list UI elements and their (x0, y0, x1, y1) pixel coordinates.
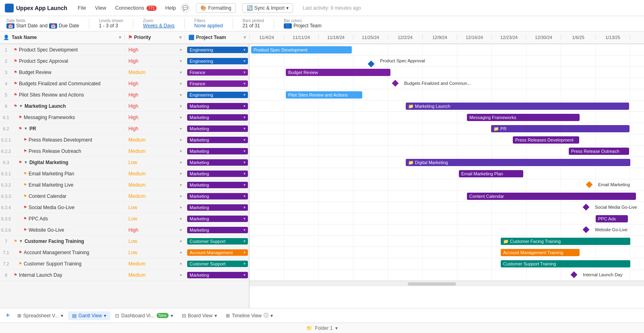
gantt-row: Social Media Go-Live (250, 202, 644, 213)
team-badge[interactable]: Marketing ▾ (187, 171, 248, 177)
nav-help[interactable]: Help (161, 3, 180, 12)
team-badge[interactable]: Engineering ▾ (187, 58, 248, 64)
flag-icon: ⚑ (14, 239, 17, 243)
info-icon: ⓘ (264, 312, 268, 319)
col-priority[interactable]: ⚑ Priority ▾ (125, 35, 185, 40)
gantt-row: Messaging Frameworks (250, 112, 644, 123)
gantt-bar[interactable]: Press Releases Development (513, 136, 579, 144)
gantt-bar[interactable]: Customer Support Training (501, 260, 630, 267)
gantt-bar[interactable]: Product Spec Development (251, 46, 352, 53)
filters-group[interactable]: Filters None applied (194, 18, 223, 29)
flag-icon: ⚑ (19, 115, 22, 119)
team-badge[interactable]: Marketing ▾ (187, 204, 248, 211)
flag-icon: ⚑ (19, 126, 22, 131)
table-row: 7.1 ⚑ Account Management Training Low ▾ … (0, 247, 249, 258)
milestone: Budgets Finalized and Commun... (393, 81, 471, 86)
gantt-bar[interactable]: 📁 Marketing Launch (406, 103, 629, 110)
gantt-bar[interactable]: Budget Review (286, 69, 390, 76)
bottom-tabs: + ⊞ Spreadsheet V... ▾ ▤ Gantt View ▾ ⊡ … (0, 308, 644, 323)
milestone: Internal Launch Day (572, 272, 622, 277)
task-icon: 👤 (3, 35, 9, 40)
gantt-bar[interactable]: 📁 PR (491, 125, 630, 132)
col-project-team[interactable]: 🟦 Project Team ▾ (185, 35, 250, 40)
sync-import-button[interactable]: 🔄 Sync & Import ▾ (242, 3, 293, 13)
team-badge[interactable]: Engineering ▾ (187, 92, 248, 98)
toolbar: Date fields 📅 Start Date and 📅 Due Date … (0, 16, 644, 31)
nav-file[interactable]: File (74, 3, 90, 12)
team-badge[interactable]: Marketing ▾ (187, 216, 248, 222)
priority-filter-btn[interactable]: ▾ (179, 35, 182, 40)
team-badge[interactable]: Marketing ▾ (187, 193, 248, 199)
sep3 (184, 18, 185, 29)
team-badge[interactable]: Customer Support ▾ (187, 238, 248, 245)
milestone: Social Media Go-Live (584, 205, 637, 210)
gantt-bar[interactable]: Pilot Sites Review and Actions (286, 91, 362, 99)
team-badge[interactable]: Marketing ▾ (187, 114, 248, 121)
team-badge[interactable]: Marketing ▾ (187, 182, 248, 188)
team-badge[interactable]: Marketing ▾ (187, 272, 248, 278)
gantt-row: 📁 Marketing Launch (250, 101, 644, 112)
chevron-down-icon: ▾ (270, 313, 273, 319)
team-badge[interactable]: Marketing ▾ (187, 137, 248, 143)
gantt-bar[interactable]: Content Calendar (467, 193, 636, 200)
flag-icon: ⚑ (14, 70, 17, 74)
zoom-group[interactable]: Zoom Weeks & Days (143, 18, 174, 29)
date-fields-label: Date fields (6, 18, 79, 23)
date-col-6: 12/16/24 (457, 35, 492, 40)
levels-group: Levels shown 1 - 3 of 3 (99, 18, 124, 29)
team-badge[interactable]: Engineering ▾ (187, 47, 248, 53)
table-row: 2 ⚑ Product Spec Approval High ▾ Enginee… (0, 56, 249, 67)
flag-icon: ⚑ (14, 59, 17, 63)
connections-badge: 771 (147, 6, 157, 11)
gantt-bar[interactable]: Email Marketing Plan (459, 170, 523, 177)
team-icon: 🟦 (188, 35, 194, 40)
table-row: 8 ⚑ Internal Launch Day Medium ▾ Marketi… (0, 269, 249, 281)
team-badge[interactable]: Marketing ▾ (187, 227, 248, 233)
flag-icon: ⚑ (19, 160, 22, 164)
gantt-bar[interactable]: 📁 Digital Marketing (406, 159, 630, 166)
table-row: 6.2 ⚑ ▼ PR High ▾ Marketing ▾ (0, 123, 249, 134)
table-row: 3 ⚑ Budget Review Medium ▾ Finance ▾ (0, 67, 249, 78)
tab-timeline[interactable]: ⊞ Timeline View ⓘ ▾ (222, 310, 277, 321)
team-badge[interactable]: Finance ▾ (187, 80, 248, 87)
priority-icon: ⚑ (128, 35, 132, 40)
date-col-9: 1/6/25 (561, 35, 596, 40)
tab-dashboard[interactable]: ⊡ Dashboard Vi... New ▾ (111, 311, 177, 320)
table-row: 6.3.6 ⚑ Website Go-Live High ▾ Marketing… (0, 224, 249, 236)
team-badge[interactable]: Marketing ▾ (187, 103, 248, 109)
flag-icon: ⚑ (23, 205, 27, 210)
scrollbar-area[interactable] (250, 281, 644, 286)
gantt-bar[interactable]: PPC Ads (596, 215, 628, 222)
tab-spreadsheet[interactable]: ⊞ Spreadsheet V... ▾ (13, 311, 67, 320)
team-badge[interactable]: Account Management ▾ (187, 249, 248, 256)
gantt-icon: ▤ (72, 313, 76, 319)
team-badge[interactable]: Customer Support ▾ (187, 261, 248, 267)
gantt-bar[interactable]: Account Management Training (501, 249, 580, 256)
col-task-name[interactable]: 👤 Task Name ▾ (0, 35, 125, 40)
team-badge[interactable]: Marketing ▾ (187, 148, 248, 154)
date-col-7: 12/23/24 (492, 35, 526, 40)
flag-icon: ⚑ (14, 104, 17, 108)
table-row: 6 ⚑ ▼ Marketing Launch High ▾ Marketing … (0, 101, 249, 112)
tab-board[interactable]: ⊟ Board View ▾ (178, 311, 221, 320)
team-badge[interactable]: Finance ▾ (187, 69, 248, 76)
team-filter-btn[interactable]: ▾ (244, 35, 246, 40)
top-bar: Uppex App Launch File View Connections 7… (0, 0, 644, 16)
column-header: 👤 Task Name ▾ ⚑ Priority ▾ 🟦 Project Tea… (0, 31, 644, 44)
formatting-button[interactable]: 🎨 Formatting (196, 3, 235, 13)
tab-gantt[interactable]: ▤ Gantt View ▾ (68, 311, 110, 320)
folder-chevron: ▾ (335, 325, 338, 331)
scrollbar-thumb[interactable] (408, 282, 456, 286)
gantt-bar[interactable]: Press Release Outreach (569, 148, 629, 155)
team-badge[interactable]: Marketing ▾ (187, 125, 248, 132)
nav-view[interactable]: View (91, 3, 110, 12)
nav-connections[interactable]: Connections 771 (111, 3, 161, 12)
gantt-bar[interactable]: 📁 Customer Facing Training (501, 238, 630, 245)
gantt-bar[interactable]: Messaging Frameworks (467, 114, 580, 121)
gantt-row: Press Release Outreach (250, 146, 644, 157)
team-badge[interactable]: Marketing ▾ (187, 159, 248, 166)
add-view-button[interactable]: + (3, 311, 12, 320)
chat-icon[interactable]: 💬 (181, 4, 190, 12)
date-fields-group: Date fields 📅 Start Date and 📅 Due Date (6, 18, 79, 29)
col-filter-btn[interactable]: ▾ (119, 35, 121, 40)
